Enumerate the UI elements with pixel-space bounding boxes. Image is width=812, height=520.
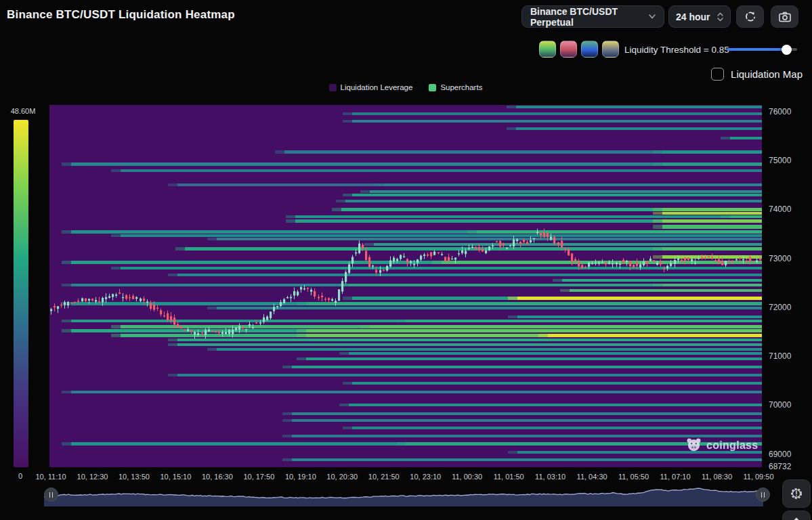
liquidation-map-toggle[interactable]: Liquidation Map xyxy=(711,68,803,81)
price-label: 74000 xyxy=(769,204,791,214)
time-label: 10, 23:10 xyxy=(410,473,441,481)
time-label: 11, 08:30 xyxy=(702,473,732,481)
time-label: 11, 04:30 xyxy=(577,473,607,481)
grip-icon xyxy=(761,492,765,498)
time-label: 10, 16:30 xyxy=(202,473,233,481)
screenshot-button[interactable] xyxy=(771,5,798,28)
palette-swatch-cividis-yellow[interactable] xyxy=(602,41,619,58)
palette-swatch-viridis-green[interactable] xyxy=(539,41,556,58)
gear-alert-icon: ! xyxy=(789,486,804,501)
coinglass-watermark: coinglass xyxy=(686,437,758,453)
slider-thumb[interactable] xyxy=(782,45,792,55)
grip-icon xyxy=(49,492,53,498)
time-label: 11, 09:50 xyxy=(743,473,773,481)
colorbar xyxy=(14,120,28,467)
price-label: 71000 xyxy=(769,351,791,361)
time-label: 11, 03:10 xyxy=(535,473,565,481)
liquidity-threshold-label: Liquidity Threshold = 0.85 xyxy=(624,45,729,55)
legend-label: Supercharts xyxy=(440,83,482,91)
time-label: 10, 15:10 xyxy=(160,473,191,481)
palette-swatch-row xyxy=(539,41,619,58)
price-label: 69000 xyxy=(769,450,791,459)
stepper-icon xyxy=(717,12,723,22)
pair-select[interactable]: Binance BTC/USDT Perpetual xyxy=(521,5,664,28)
liquidation-map-label: Liquidation Map xyxy=(731,68,803,80)
pair-select-value: Binance BTC/USDT Perpetual xyxy=(530,6,642,28)
collapse-button[interactable] xyxy=(782,511,811,520)
chart-legend: Liquidation LeverageSupercharts xyxy=(49,83,762,91)
chevron-down-icon xyxy=(649,14,656,19)
time-label: 10, 12:30 xyxy=(77,473,108,481)
price-label: 73000 xyxy=(769,254,791,263)
time-label: 11, 00:30 xyxy=(452,473,482,481)
time-label: 11, 05:50 xyxy=(618,473,649,481)
time-label: 11, 01:50 xyxy=(494,473,524,481)
liquidation-heatmap-app: Binance BTC/USDT Liquidation Heatmap Bin… xyxy=(0,0,812,520)
price-label-edge: 68732 xyxy=(769,462,791,471)
navigator-left-handle[interactable] xyxy=(44,488,58,502)
settings-button[interactable]: ! xyxy=(782,479,811,508)
chevron-up-icon xyxy=(792,517,801,520)
palette-swatch-magma-red[interactable] xyxy=(560,41,577,58)
coinglass-logo-icon xyxy=(686,437,702,453)
price-label: 72000 xyxy=(769,303,791,312)
refresh-button[interactable] xyxy=(736,5,764,28)
camera-icon xyxy=(778,11,792,23)
interval-select[interactable]: 24 hour xyxy=(668,5,731,28)
legend-chip xyxy=(429,84,436,91)
price-label: 76000 xyxy=(769,107,791,116)
navigator-canvas[interactable] xyxy=(44,483,763,506)
refresh-icon xyxy=(744,11,756,23)
legend-chip xyxy=(329,84,337,91)
palette-swatch-ocean-blue[interactable] xyxy=(581,41,598,58)
time-label: 11, 07:10 xyxy=(660,473,691,481)
time-label: 10, 17:50 xyxy=(243,473,274,481)
price-label: 70000 xyxy=(769,400,791,410)
time-label: 10, 19:10 xyxy=(285,473,316,481)
colorbar-max-label: 48.60M xyxy=(5,107,41,115)
time-label: 10, 21:50 xyxy=(368,473,400,481)
legend-label: Liquidation Leverage xyxy=(341,83,413,91)
time-label: 10, 13:50 xyxy=(119,473,150,481)
navigator-right-handle[interactable] xyxy=(756,488,770,502)
time-label: 10, 20:30 xyxy=(326,473,358,481)
price-label: 75000 xyxy=(769,156,791,165)
legend-item[interactable]: Liquidation Leverage xyxy=(329,83,413,91)
time-label: 10, 11:10 xyxy=(35,473,66,481)
coinglass-watermark-text: coinglass xyxy=(706,439,758,452)
svg-text:!: ! xyxy=(795,490,797,498)
page-title: Binance BTC/USDT Liquidation Heatmap xyxy=(7,8,235,22)
interval-select-value: 24 hour xyxy=(676,12,710,22)
liquidity-threshold-slider[interactable] xyxy=(727,48,797,51)
colorbar-min-label: 0 xyxy=(5,472,35,480)
legend-item[interactable]: Supercharts xyxy=(429,83,482,91)
slider-fill xyxy=(727,48,786,51)
liquidation-map-checkbox[interactable] xyxy=(711,68,724,81)
heatmap-canvas[interactable] xyxy=(49,105,762,467)
